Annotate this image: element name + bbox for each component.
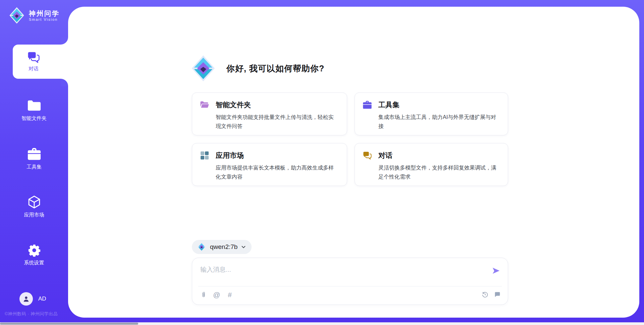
cube-icon [27, 195, 41, 209]
message-input[interactable] [192, 258, 508, 284]
horizontal-scrollbar[interactable] [0, 322, 644, 325]
message-input-box: @ # [192, 258, 508, 305]
card-description: 灵活切换多模型文件，支持多样回复效果调试，满足个性化需求 [378, 163, 500, 181]
user-initials: AD [38, 296, 46, 302]
card-app-market[interactable]: 应用市场 应用市场提供丰富长文本模板，助力高效生成多样化文章内容 [192, 143, 347, 186]
sidebar-item-settings[interactable]: 系统设置 [0, 244, 68, 266]
sidebar-item-label: 系统设置 [24, 260, 44, 266]
feature-cards: 智能文件夹 智能文件夹功能支持批量文件上传与清洗，轻松实现文件问答 工具集 集成… [192, 92, 508, 186]
sidebar-item-label: 智能文件夹 [21, 115, 47, 122]
at-icon: @ [213, 291, 220, 299]
card-title: 对话 [378, 151, 392, 160]
folder-open-icon [200, 100, 209, 110]
toolbox-icon [27, 147, 41, 161]
app-title: 神州问学 [29, 9, 60, 17]
active-tab-curve-top [61, 37, 68, 45]
brand-diamond-icon [9, 7, 25, 24]
composer: qwen2:7b @ # [192, 240, 508, 305]
card-description: 智能文件夹功能支持批量文件上传与清洗，轻松实现文件问答 [216, 113, 339, 131]
sidebar-item-chat[interactable]: 对话 [13, 45, 70, 79]
paperclip-icon [200, 291, 207, 299]
app-subtitle: Smart Vision [29, 17, 60, 21]
card-smart-folder[interactable]: 智能文件夹 智能文件夹功能支持批量文件上传与清洗，轻松实现文件问答 [192, 92, 347, 135]
model-name: qwen2:7b [210, 243, 237, 251]
toolbox-icon [363, 100, 372, 110]
brand-diamond-icon [197, 242, 206, 252]
main-content-panel: 你好, 我可以如何帮助你? 智能文件夹 智能文件夹功能支持批量文件上传与清洗，轻… [68, 7, 639, 318]
gear-icon [28, 244, 41, 257]
attachment-button[interactable] [200, 291, 208, 299]
welcome-header: 你好, 我可以如何帮助你? [191, 55, 324, 82]
sidebar-item-label: 工具集 [26, 164, 42, 170]
sidebar-item-app-market[interactable]: 应用市场 [0, 195, 68, 218]
sidebar-item-label: 对话 [29, 66, 39, 72]
active-tab-curve-bottom [61, 79, 68, 86]
history-button[interactable] [481, 291, 489, 299]
brand-diamond-icon [191, 55, 216, 82]
model-selector[interactable]: qwen2:7b [192, 240, 252, 254]
mention-button[interactable]: @ [213, 291, 221, 299]
copyright-footer: ©神州数码 · 神州问学出品 [5, 311, 67, 317]
card-title: 工具集 [378, 100, 399, 110]
composer-divider [198, 286, 502, 286]
scrollbar-thumb[interactable] [0, 323, 138, 325]
card-description: 应用市场提供丰富长文本模板，助力高效生成多样化文章内容 [216, 163, 339, 181]
card-chat[interactable]: 对话 灵活切换多模型文件，支持多样回复效果调试，满足个性化需求 [355, 143, 508, 186]
history-icon [481, 291, 489, 298]
sidebar-item-label: 应用市场 [24, 212, 44, 218]
greeting-title: 你好, 我可以如何帮助你? [226, 63, 324, 74]
user-profile[interactable]: AD [19, 292, 46, 306]
folder-icon [27, 99, 41, 112]
chat-bubbles-icon [27, 51, 40, 63]
grid-icon [200, 151, 209, 160]
send-icon[interactable] [492, 266, 500, 275]
app-logo: 神州问学 Smart Vision [9, 7, 60, 24]
card-toolset[interactable]: 工具集 集成市场上主流工具，助力AI与外界无缝扩展与对接 [355, 92, 508, 135]
sidebar-item-smart-folder[interactable]: 智能文件夹 [0, 99, 68, 122]
avatar [19, 292, 33, 306]
new-chat-button[interactable] [494, 291, 502, 299]
hash-icon: # [228, 291, 232, 299]
card-title: 应用市场 [216, 151, 244, 160]
card-description: 集成市场上主流工具，助力AI与外界无缝扩展与对接 [378, 113, 500, 131]
chevron-down-icon [241, 244, 246, 250]
card-title: 智能文件夹 [216, 100, 251, 110]
chat-bubble-icon [494, 291, 501, 298]
person-icon [22, 295, 30, 303]
chat-bubbles-icon [363, 151, 372, 160]
sidebar-item-toolset[interactable]: 工具集 [0, 147, 68, 170]
topic-button[interactable]: # [226, 291, 234, 299]
